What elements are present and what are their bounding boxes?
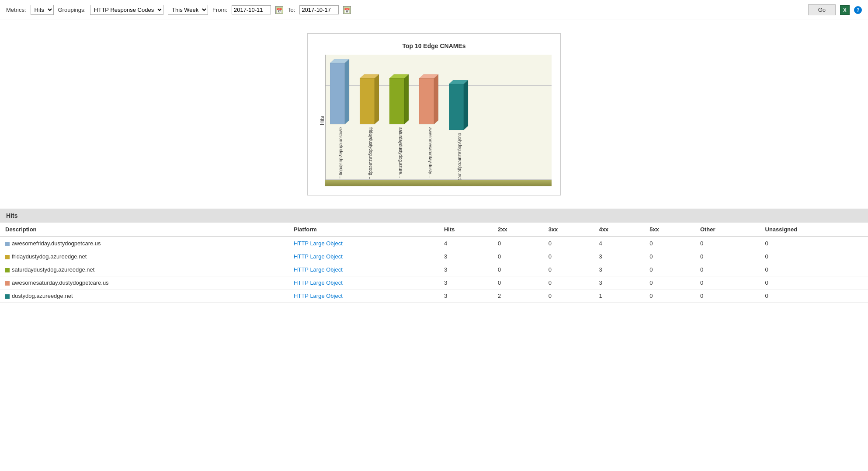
metrics-select[interactable]: Hits: [31, 5, 54, 15]
svg-marker-2: [345, 59, 349, 124]
platform-link[interactable]: HTTP Large Object: [294, 293, 343, 299]
table-row: awesomesaturday.dustydogpetcare.usHTTP L…: [0, 276, 868, 290]
row-color-indicator: [5, 268, 10, 272]
cell-unassigned: 0: [760, 250, 868, 263]
col-3xx: 3xx: [543, 223, 594, 237]
platform-link[interactable]: HTTP Large Object: [294, 279, 343, 286]
help-icon[interactable]: ?: [854, 6, 862, 14]
table-section-title: Hits: [6, 212, 17, 219]
col-4xx: 4xx: [594, 223, 644, 237]
cell-unassigned: 0: [760, 263, 868, 276]
chart-inner: Hits awesomefriday.dustydogpetcare.usfri…: [316, 55, 552, 186]
cell-platform[interactable]: HTTP Large Object: [288, 237, 439, 250]
cell-hits: 3: [439, 263, 493, 276]
svg-rect-12: [449, 84, 464, 130]
data-table: Description Platform Hits 2xx 3xx 4xx 5x…: [0, 223, 868, 303]
col-description: Description: [0, 223, 288, 237]
col-platform: Platform: [288, 223, 439, 237]
table-header-row: Description Platform Hits 2xx 3xx 4xx 5x…: [0, 223, 868, 237]
cell-c4xx: 3: [594, 263, 644, 276]
cell-c3xx: 0: [543, 250, 594, 263]
go-button[interactable]: Go: [808, 4, 836, 15]
col-2xx: 2xx: [493, 223, 543, 237]
cell-c5xx: 0: [644, 276, 695, 290]
bar-label: dustydog.azureedge.net: [458, 133, 462, 180]
cell-description: awesomefriday.dustydogpetcare.us: [0, 237, 288, 250]
to-label: To:: [288, 7, 295, 13]
table-row: saturdaydustydog.azureedge.netHTTP Large…: [0, 263, 868, 276]
cell-c3xx: 0: [543, 237, 594, 250]
table-row: awesomefriday.dustydogpetcare.usHTTP Lar…: [0, 237, 868, 250]
row-color-indicator: [5, 242, 10, 246]
col-other: Other: [695, 223, 760, 237]
cell-platform[interactable]: HTTP Large Object: [288, 276, 439, 290]
excel-export-icon[interactable]: X: [840, 5, 850, 15]
bar-label: fridaydustydog.azureedge.net: [368, 127, 373, 180]
cell-hits: 3: [439, 250, 493, 263]
platform-link[interactable]: HTTP Large Object: [294, 266, 343, 273]
svg-rect-0: [330, 63, 345, 124]
cell-c3xx: 0: [543, 276, 594, 290]
platform-link[interactable]: HTTP Large Object: [294, 240, 343, 247]
to-date-input[interactable]: [299, 5, 339, 14]
table-row: dustydog.azureedge.netHTTP Large Object3…: [0, 290, 868, 303]
top-bar: Metrics: Hits Groupings: HTTP Response C…: [0, 0, 868, 20]
cell-hits: 3: [439, 276, 493, 290]
platform-link[interactable]: HTTP Large Object: [294, 253, 343, 260]
col-hits: Hits: [439, 223, 493, 237]
table-body: awesomefriday.dustydogpetcare.usHTTP Lar…: [0, 237, 868, 303]
chart-container: Top 10 Edge CNAMEs Hits awesomefriday.du…: [307, 33, 561, 195]
cell-platform[interactable]: HTTP Large Object: [288, 250, 439, 263]
row-color-indicator: [5, 281, 10, 286]
from-date-input[interactable]: [232, 5, 271, 14]
cell-description: dustydog.azureedge.net: [0, 290, 288, 303]
cell-unassigned: 0: [760, 290, 868, 303]
metrics-label: Metrics:: [6, 7, 26, 13]
svg-marker-14: [464, 80, 468, 130]
cell-c2xx: 0: [493, 250, 543, 263]
cell-c5xx: 0: [644, 263, 695, 276]
svg-rect-6: [389, 78, 404, 124]
cell-other: 0: [695, 250, 760, 263]
cell-unassigned: 0: [760, 237, 868, 250]
table-head: Description Platform Hits 2xx 3xx 4xx 5x…: [0, 223, 868, 237]
svg-rect-9: [419, 78, 434, 124]
cell-unassigned: 0: [760, 276, 868, 290]
bar-label: saturdaydustydog.azureedge.net: [398, 127, 403, 180]
groupings-label: Groupings:: [58, 7, 86, 13]
to-calendar-icon[interactable]: 📅: [343, 6, 351, 14]
cell-platform[interactable]: HTTP Large Object: [288, 290, 439, 303]
bar-3d-svg: [389, 74, 411, 126]
from-calendar-icon[interactable]: 📅: [275, 6, 283, 14]
bar-group: awesomesaturday.dustydogpetcare.us: [419, 74, 441, 180]
bar-label: awesomesaturday.dustydogpetcare.us: [428, 127, 433, 180]
bar-3d-svg: [449, 80, 471, 131]
cell-other: 0: [695, 290, 760, 303]
bar-3d-svg: [330, 59, 352, 126]
cell-c2xx: 0: [493, 263, 543, 276]
chart-title: Top 10 Edge CNAMEs: [316, 42, 552, 49]
chart-ground: [325, 180, 552, 186]
groupings-select[interactable]: HTTP Response Codes: [90, 5, 163, 15]
svg-marker-11: [434, 74, 438, 124]
chart-area: awesomefriday.dustydogpetcare.usfridaydu…: [325, 55, 552, 180]
cell-c3xx: 0: [543, 290, 594, 303]
cell-c2xx: 0: [493, 276, 543, 290]
row-color-indicator: [5, 294, 10, 299]
table-row: fridaydustydog.azureedge.netHTTP Large O…: [0, 250, 868, 263]
cell-c2xx: 0: [493, 237, 543, 250]
cell-description: saturdaydustydog.azureedge.net: [0, 263, 288, 276]
bar-label: awesomefriday.dustydogpetcare.us: [339, 127, 344, 180]
cell-c2xx: 2: [493, 290, 543, 303]
svg-marker-8: [404, 74, 409, 124]
cell-description: awesomesaturday.dustydogpetcare.us: [0, 276, 288, 290]
cell-platform[interactable]: HTTP Large Object: [288, 263, 439, 276]
cell-hits: 3: [439, 290, 493, 303]
row-color-indicator: [5, 255, 10, 259]
period-select[interactable]: This Week: [168, 5, 208, 15]
bar-3d-svg: [360, 74, 382, 126]
y-axis-label: Hits: [316, 55, 325, 186]
cell-c5xx: 0: [644, 237, 695, 250]
cell-c4xx: 4: [594, 237, 644, 250]
cell-c4xx: 1: [594, 290, 644, 303]
